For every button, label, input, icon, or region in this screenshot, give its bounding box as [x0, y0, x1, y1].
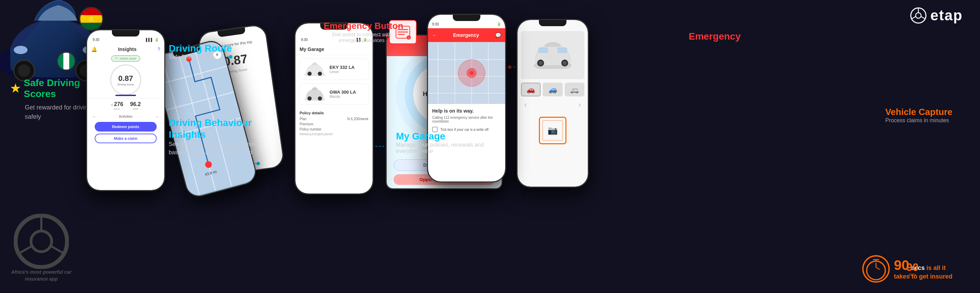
svg-point-9	[18, 64, 30, 77]
policy-number: PIPM/21/CPSEFL00797	[299, 132, 368, 136]
emergency-bar-title: Emergency	[453, 32, 479, 38]
svg-line-16	[50, 245, 64, 253]
ninety-secs-badge: 90 secs 90 secs is all it takes to get i…	[862, 255, 963, 283]
nigeria-flag	[57, 52, 76, 70]
svg-point-70	[256, 162, 260, 165]
vehicle-capture-desc: Process claims in minutes	[885, 118, 953, 124]
svg-point-32	[318, 72, 322, 76]
camera-icon: 📷	[547, 126, 558, 135]
message-icon[interactable]: 💬	[495, 32, 501, 38]
steering-wheel-section: Africa's most Africa's most powerful car…	[3, 214, 79, 283]
phone-emergency-top: 9:30 🔋 ← Emergency 💬	[427, 14, 506, 183]
speed-icon: ⊙	[111, 103, 113, 107]
phone-notch-5	[453, 15, 480, 21]
emergency-time: 9:30	[432, 22, 439, 26]
arrow-left-icon[interactable]: ←	[92, 115, 96, 118]
driving-route-title: Driving Route	[169, 43, 232, 54]
svg-line-3	[912, 16, 916, 19]
phone-garage: 9:30 ▌▌ 🔋 My Garage	[294, 22, 374, 194]
insights-header: 🔔 Insights ?	[87, 44, 164, 54]
svg-point-35	[318, 96, 322, 100]
driving-behaviour-desc: See details of your driving behaviour ba…	[169, 140, 265, 157]
vehicle-top-image	[521, 31, 584, 79]
make-claim-button[interactable]: Make a claim	[95, 134, 156, 143]
activities-nav: ← Activities →	[87, 113, 164, 120]
car-info-2: GWA 300 LA Mazda	[329, 89, 356, 99]
svg-point-6	[14, 46, 27, 54]
vehicle-svg-1	[528, 41, 577, 69]
speed-stat: ⊙ 276 km/h	[111, 101, 123, 110]
activities-label: Activities	[119, 115, 132, 118]
phone-notch	[112, 30, 140, 37]
star-icon: ★	[10, 82, 20, 95]
car-card-1: EKY 332 LA Lexus	[299, 59, 369, 80]
arrow-right-icon[interactable]: →	[155, 115, 159, 118]
speed-value: 276	[114, 101, 123, 107]
help-on-way-text: Help is on its way.	[432, 108, 501, 114]
phone-garage-screen: 9:30 ▌▌ 🔋 My Garage	[296, 24, 372, 194]
policy-type: Premium	[299, 122, 368, 126]
my-garage-desc: Manage your policies, renewals and every…	[396, 142, 492, 154]
help-icon: ?	[158, 46, 160, 52]
svg-point-46	[470, 71, 474, 75]
vehicle-arrow-left[interactable]: ‹	[525, 100, 527, 108]
status-icons: ▌▌▌ 🔋	[146, 38, 159, 41]
emergency-map	[428, 42, 505, 104]
vehicle-capture-feature: Vehicle Capture Process claims in minute…	[885, 107, 953, 124]
car-card-2: GWA 300 LA Mazda	[299, 83, 369, 105]
svg-point-1	[916, 13, 921, 18]
capture-inner-frame: 📷	[542, 120, 563, 141]
vehicle-option-2[interactable]: 🚙	[542, 83, 562, 96]
my-garage-feature: My Garage Manage your policies, renewals…	[396, 131, 492, 154]
policy-plan: Plan N 6,200/week	[299, 117, 368, 121]
emergency-red-bar: ← Emergency 💬	[428, 28, 505, 42]
svg-line-4	[921, 16, 925, 19]
insights-title: Insights	[97, 46, 158, 52]
app-name: etap	[931, 7, 963, 24]
svg-line-15	[19, 245, 33, 253]
ninety-circle: 90 secs	[862, 255, 890, 283]
redeem-points-button[interactable]: Redeem points	[95, 122, 156, 132]
garage-title: My Garage	[299, 46, 325, 52]
svg-point-13	[31, 231, 52, 252]
svg-point-31	[307, 72, 312, 76]
vehicle-option-1[interactable]: 🚗	[521, 83, 541, 96]
back-icon[interactable]: ←	[432, 32, 437, 38]
driving-behaviour-title: Driving BehaviourInsights	[169, 117, 265, 140]
vehicle-capture-content: 🚗 🚙 🚐 ‹ › 📷	[517, 20, 588, 144]
active-cover-badge: 🛡 Active cover	[111, 56, 140, 62]
shield-icon: 🛡	[115, 57, 118, 60]
emergency-top-title: Emergency	[689, 31, 741, 42]
alert-icon: 🔔	[91, 46, 97, 52]
car-plate-1: EKY 332 LA	[329, 65, 355, 70]
ninety-secs-text: 90 secs is all it takes to get insured	[894, 258, 963, 280]
score-value: 0.87	[118, 74, 133, 83]
battery-icon: 🔋	[154, 38, 159, 41]
phone-insights: 9:30 ▌▌▌ 🔋 🔔 Insights ? 🛡 Active cover 0…	[86, 29, 165, 191]
driving-route-desc: Safe Driving Points	[169, 54, 232, 60]
phone-insights-screen: 9:30 ▌▌▌ 🔋 🔔 Insights ? 🛡 Active cover 0…	[87, 30, 164, 190]
vehicle-option-3[interactable]: 🚐	[565, 83, 584, 96]
car-model-2: Mazda	[329, 95, 356, 99]
emergency-button-feature: Emergency Button Dial assist to connect …	[324, 21, 403, 43]
car-plate-2: GWA 300 LA	[329, 89, 356, 95]
vehicle-capture-screen: 🚗 🚙 🚐 ‹ › 📷	[517, 20, 588, 186]
policy-title: Policy details	[299, 111, 368, 115]
capture-frame: 📷	[539, 117, 566, 144]
phone-notch-6	[539, 20, 566, 26]
time: 9:30	[92, 38, 99, 41]
calling-text: Calling 112 emergency service after the …	[432, 116, 501, 123]
score-label: Driving Score	[118, 83, 134, 86]
svg-point-34	[307, 96, 312, 100]
car-image-2	[303, 87, 327, 101]
garage-content: 9:30 ▌▌ 🔋 My Garage	[296, 24, 372, 194]
driving-route-feature: Driving Route Safe Driving Points	[169, 43, 232, 60]
sdp-value: 96.2	[130, 101, 141, 107]
emergency-map-svg	[428, 42, 505, 104]
steering-wheel-icon	[910, 7, 927, 24]
svg-line-64	[876, 268, 880, 269]
vehicle-arrow-right[interactable]: ›	[579, 100, 581, 108]
sdp-stat: 96.2 SDP	[130, 101, 141, 110]
garage-header: My Garage	[296, 44, 372, 55]
driving-behaviour-feature: Driving BehaviourInsights See details of…	[169, 117, 265, 157]
